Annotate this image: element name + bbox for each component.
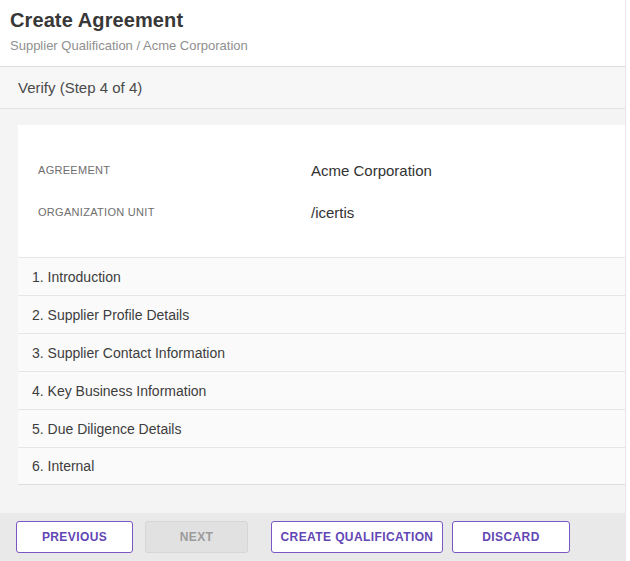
summary-fields: AGREEMENT Acme Corporation ORGANIZATION … <box>18 125 625 257</box>
section-row-introduction[interactable]: 1. Introduction <box>18 257 625 295</box>
organization-unit-label: ORGANIZATION UNIT <box>18 206 311 218</box>
step-bar: Verify (Step 4 of 4) <box>0 67 625 109</box>
next-button[interactable]: NEXT <box>145 521 248 553</box>
footer-action-bar: PREVIOUS NEXT CREATE QUALIFICATION DISCA… <box>0 513 625 561</box>
agreement-label: AGREEMENT <box>18 164 311 176</box>
field-row-organization-unit: ORGANIZATION UNIT /icertis <box>18 191 625 233</box>
field-row-agreement: AGREEMENT Acme Corporation <box>18 149 625 191</box>
section-row-supplier-contact-information[interactable]: 3. Supplier Contact Information <box>18 333 625 371</box>
organization-unit-value: /icertis <box>311 204 354 221</box>
verify-summary-card: AGREEMENT Acme Corporation ORGANIZATION … <box>18 125 625 485</box>
create-qualification-button[interactable]: CREATE QUALIFICATION <box>271 521 443 553</box>
previous-button[interactable]: PREVIOUS <box>16 521 133 553</box>
section-row-due-diligence-details[interactable]: 5. Due Diligence Details <box>18 409 625 447</box>
agreement-value: Acme Corporation <box>311 162 432 179</box>
section-row-internal[interactable]: 6. Internal <box>18 447 625 485</box>
step-label: Verify (Step 4 of 4) <box>18 79 142 96</box>
section-accordion: 1. Introduction 2. Supplier Profile Deta… <box>18 257 625 485</box>
create-agreement-page: Create Agreement Supplier Qualification … <box>0 0 630 561</box>
section-row-key-business-information[interactable]: 4. Key Business Information <box>18 371 625 409</box>
breadcrumb: Supplier Qualification / Acme Corporatio… <box>10 38 615 53</box>
discard-button[interactable]: DISCARD <box>452 521 570 553</box>
section-row-supplier-profile-details[interactable]: 2. Supplier Profile Details <box>18 295 625 333</box>
main-column: Create Agreement Supplier Qualification … <box>0 0 626 561</box>
content-area: AGREEMENT Acme Corporation ORGANIZATION … <box>0 109 625 513</box>
page-header: Create Agreement Supplier Qualification … <box>0 0 625 67</box>
page-title: Create Agreement <box>10 5 615 35</box>
